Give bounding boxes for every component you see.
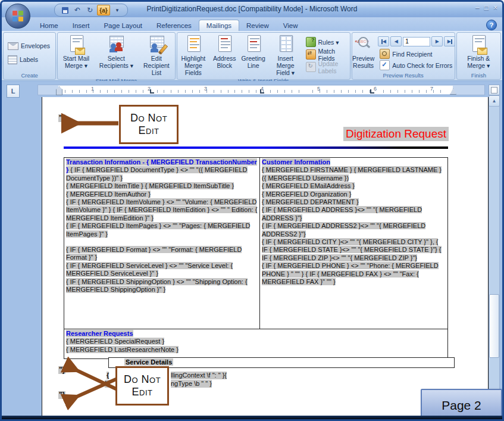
last-record-button[interactable]: ▶ [444,36,455,46]
envelope-icon [8,42,18,50]
ruler-toggle-icon [491,87,497,93]
researcher-requests-cell: Researcher Requests{ MERGEFIELD SpecialR… [64,329,448,359]
ribbon-group-create: Envelopes Labels Create [3,32,56,80]
tab-view[interactable]: View [276,20,305,31]
close-button[interactable]: × [493,4,497,12]
ribbon-group-preview-results: «ABC» PreviewResults ◀ ◀ ▶ ▶ [352,32,455,80]
document-title: Digitization Request [343,127,449,141]
maximize-button[interactable]: □ [484,4,489,12]
finish-merge-icon [469,35,487,55]
office-button[interactable] [5,4,30,29]
field-end-marker: "} [58,366,65,374]
select-recipients-button[interactable]: SelectRecipients ▾ [98,34,134,70]
tab-insert[interactable]: Insert [65,20,97,31]
document-area: L 1234567 ▲ "} [2,81,502,419]
merge-field-paragraph: { MERGEFIELD LastResearcherNote } [66,346,446,354]
tab-stop-marker[interactable] [260,89,264,93]
qat-customize-button[interactable]: ▾ [112,5,123,15]
merge-field-paragraph: { IF { MERGEFIELD Format } <> "" "Format… [66,246,258,262]
word-window: PrintDigitizationRequest.doc [Compatibil… [0,0,504,421]
ribbon-tab-row: HomeInsertPage LayoutReferencesMailingsR… [2,17,502,31]
update-labels-button: Update Labels [304,61,350,73]
tab-mailings[interactable]: Mailings [199,20,239,31]
merge-field-paragraph: { MERGEFIELD ItemTitle } { MERGEFIELD It… [66,182,258,190]
tab-page-layout[interactable]: Page Layout [96,20,149,31]
labels-label: Labels [20,56,38,63]
start-mail-merge-icon [67,35,85,55]
preview-results-button[interactable]: «ABC» PreviewResults [351,34,375,70]
merge-field-paragraph: Researcher Requests [66,330,446,338]
merge-field-paragraph: { IF { MERGEFIELD ServiceLevel } <> "" "… [66,262,258,278]
address-block-icon [215,35,233,55]
previous-record-button[interactable]: ◀ [390,36,402,46]
greeting-line-icon [245,35,262,55]
transaction-information-cell: Transaction Information - { MERGEFIELD T… [64,158,260,329]
merge-field-paragraph: { IF { MERGEFIELD ItemVolume } <> "" "Vo… [66,198,258,222]
match-fields-icon [306,49,316,60]
scrollbar-thumb[interactable] [489,294,499,358]
greeting-line-button[interactable]: GreetingLine [239,34,267,70]
office-logo-icon [12,11,23,21]
start-mail-merge-button[interactable]: Start MailMerge ▾ [58,34,94,70]
document-page: "} Do Not Edit Digitization Request Tran… [42,97,489,419]
tab-stop-selector[interactable]: L [7,85,20,98]
insert-merge-field-icon [277,35,295,55]
help-button[interactable]: ? [486,20,497,30]
ruler-toggle-button[interactable] [489,85,500,95]
tab-stop-marker[interactable] [150,89,154,93]
style-a-button[interactable]: {a} [97,5,110,15]
insert-merge-field-button[interactable]: Insert MergeField ▾ [268,34,303,77]
first-record-button[interactable]: ◀ [378,36,389,46]
window-bottom-border [2,416,502,419]
labels-button[interactable]: Labels [6,54,40,66]
tab-review[interactable]: Review [239,20,276,31]
find-recipient-icon [380,49,390,59]
minimize-button[interactable]: – [475,4,480,12]
tab-stop-marker[interactable] [370,89,374,93]
merge-field-paragraph: Transaction Information - { MERGEFIELD T… [66,158,258,182]
record-navigator: ◀ ◀ ▶ ▶ [378,36,455,46]
record-number-input[interactable] [403,37,430,46]
do-not-edit-callout: Do Not Edit [119,105,179,144]
auto-check-errors-button[interactable]: Auto Check for Errors [378,60,455,71]
group-label-preview-results: Preview Results [352,71,455,79]
horizontal-ruler: 1234567 [37,85,485,95]
merge-field-paragraph: { IF { MERGEFIELD ADDRESS2 }<> "" "{ MER… [262,222,446,238]
select-recipients-icon [107,35,125,55]
field-end-marker: "} [58,114,65,122]
update-labels-icon [306,62,316,72]
merge-field-paragraph: { IF { MERGEFIELD PHONE } <> "" "Phone: … [262,262,446,286]
customer-information-cell: Customer Information{ MERGEFIELD FIRSTNA… [260,158,448,329]
do-not-edit-arrows [70,364,120,403]
highlight-merge-fields-button[interactable]: HighlightMerge Fields [177,34,209,77]
merge-field-paragraph: { IF { MERGEFIELD ADDRESS }<> "" "{ MERG… [262,206,446,222]
save-button[interactable] [60,5,70,15]
scroll-up-button[interactable]: ▲ [489,95,500,107]
merge-field-paragraph [66,238,258,246]
next-record-button[interactable]: ▶ [431,36,443,46]
ribbon-group-start-mail-merge: Start MailMerge ▾ SelectRecipients ▾ [57,32,175,80]
edit-recipient-list-button[interactable]: EditRecipient List [138,34,174,77]
group-label-create: Create [4,71,55,79]
find-recipient-button[interactable]: Find Recipient [378,48,455,60]
field-end-marker: "} [58,391,65,399]
redo-button[interactable]: ↻ [84,5,95,15]
merge-field-paragraph: { MERGEFIELD DEPARTMENT } [262,198,446,206]
merge-field-paragraph: { MERGEFIELD FIRSTNAME } { MERGEFIELD LA… [262,166,446,182]
merge-field-paragraph: { IF { MERGEFIELD ShippingOption } <> ""… [66,278,258,294]
undo-button[interactable]: ↶ [72,5,83,15]
merge-code-fragment: llingContext \f ": " }{ [171,372,227,379]
ribbon-group-write-insert-fields: HighlightMerge Fields AddressBlock Greet… [177,32,350,80]
envelopes-button[interactable]: Envelopes [6,40,52,52]
do-not-edit-arrow [70,115,121,133]
scrollbar-track[interactable] [489,106,500,417]
rules-button[interactable]: Rules ▾ [304,36,350,48]
merge-field-paragraph: { IF { MERGEFIELD CITY }<> "" "{ MERGEFI… [262,238,446,262]
address-block-button[interactable]: AddressBlock [211,34,238,70]
group-label-finish: Finish [457,71,500,79]
match-fields-button[interactable]: Match Fields [304,49,350,60]
tab-references[interactable]: References [149,20,199,31]
finish-merge-button[interactable]: Finish &Merge ▾ [457,34,500,70]
labels-icon [8,55,17,64]
tab-home[interactable]: Home [33,20,65,31]
